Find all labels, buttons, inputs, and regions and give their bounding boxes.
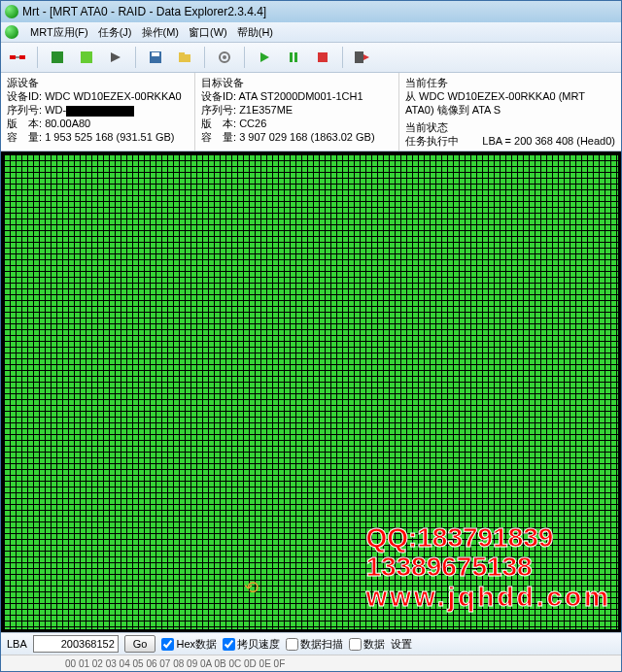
status-header: 当前状态 (405, 120, 615, 134)
settings-label[interactable]: 设置 (391, 637, 412, 652)
pause-button[interactable] (281, 45, 306, 70)
svg-point-11 (223, 55, 226, 59)
tool-gear-icon[interactable] (212, 45, 237, 70)
lba-label: LBA (7, 638, 27, 650)
target-sn-row: 序列号: Z1E357ME (201, 103, 393, 117)
sector-map[interactable]: ⟲ QQ:183791839 13389675138 www.jqhdd.com (1, 151, 621, 632)
svg-rect-9 (179, 52, 185, 55)
tool-save-icon[interactable] (143, 45, 168, 70)
svg-rect-0 (10, 55, 16, 59)
go-button[interactable]: Go (124, 635, 156, 653)
tool-open-icon[interactable] (172, 45, 197, 70)
svg-marker-5 (111, 52, 121, 62)
task-panel: 当前任务 从 WDC WD10EZEX-00RKKA0 (MRT ATA0) 镜… (399, 73, 621, 151)
hex-checkbox[interactable]: Hex数据 (161, 637, 217, 652)
app-window: Mrt - [MRT ATA0 - RAID - Data Explorer2.… (0, 0, 622, 672)
task-header: 当前任务 (405, 76, 615, 89)
source-device-panel: 源设备 设备ID: WDC WD10EZEX-00RKKA0 序列号: WD- … (1, 73, 195, 151)
source-id-row: 设备ID: WDC WD10EZEX-00RKKA0 (7, 89, 189, 103)
menu-bar: MRT应用(F) 任务(J) 操作(M) 窗口(W) 帮助(H) (1, 22, 621, 43)
app-icon-small (5, 25, 18, 39)
exit-button[interactable] (350, 45, 375, 70)
svg-rect-7 (152, 52, 159, 56)
menu-window[interactable]: 窗口(W) (189, 25, 227, 40)
svg-rect-1 (19, 55, 25, 59)
stop-button[interactable] (310, 45, 335, 70)
hex-offset-row: 00 01 02 03 04 05 06 07 08 09 0A 0B 0C 0… (1, 655, 621, 671)
task-desc: 从 WDC WD10EZEX-00RKKA0 (MRT ATA0) 镜像到 AT… (405, 89, 615, 117)
tool-green2[interactable] (74, 45, 99, 70)
menu-task[interactable]: 任务(J) (98, 25, 132, 40)
svg-rect-2 (16, 56, 19, 58)
tool-arrow-icon[interactable] (103, 45, 128, 70)
redacted-serial (66, 106, 134, 117)
lba-input[interactable] (33, 635, 119, 653)
data-checkbox[interactable]: 数据 (349, 637, 385, 652)
menu-app[interactable]: MRT应用(F) (30, 25, 88, 40)
tool-green1[interactable] (45, 45, 70, 70)
menu-operate[interactable]: 操作(M) (142, 25, 180, 40)
app-icon (5, 5, 18, 18)
task-lba: LBA = 200 368 408 (Head0) (482, 134, 615, 148)
speed-checkbox[interactable]: 拷贝速度 (223, 637, 280, 652)
tool-connect[interactable] (5, 45, 30, 70)
scan-checkbox[interactable]: 数据扫描 (286, 637, 343, 652)
info-panel: 源设备 设备ID: WDC WD10EZEX-00RKKA0 序列号: WD- … (1, 73, 621, 151)
target-cap-row: 容 量: 3 907 029 168 (1863.02 GB) (201, 130, 393, 144)
title-bar: Mrt - [MRT ATA0 - RAID - Data Explorer2.… (1, 1, 621, 22)
play-button[interactable] (252, 45, 277, 70)
svg-rect-3 (52, 51, 63, 63)
svg-rect-4 (81, 51, 92, 63)
svg-rect-14 (294, 52, 297, 62)
source-ver-row: 版 本: 80.00A80 (7, 117, 189, 130)
svg-rect-15 (318, 52, 328, 62)
svg-rect-13 (290, 52, 293, 62)
target-device-panel: 目标设备 设备ID: ATA ST2000DM001-1CH1 序列号: Z1E… (195, 73, 399, 151)
bottom-bar: LBA Go Hex数据 拷贝速度 数据扫描 数据 设置 (1, 632, 621, 655)
target-id-row: 设备ID: ATA ST2000DM001-1CH1 (201, 89, 393, 103)
source-sn-row: 序列号: WD- (7, 103, 189, 117)
svg-rect-16 (355, 51, 363, 63)
window-title: Mrt - [MRT ATA0 - RAID - Data Explorer2.… (22, 5, 266, 18)
menu-help[interactable]: 帮助(H) (237, 25, 273, 40)
svg-rect-8 (179, 54, 190, 62)
task-status: 任务执行中 (405, 134, 459, 148)
source-header: 源设备 (7, 76, 189, 89)
svg-marker-12 (260, 52, 269, 62)
svg-marker-17 (363, 54, 369, 60)
target-ver-row: 版 本: CC26 (201, 117, 393, 130)
source-cap-row: 容 量: 1 953 525 168 (931.51 GB) (7, 130, 189, 144)
toolbar (1, 43, 621, 73)
sector-grid (4, 154, 618, 629)
target-header: 目标设备 (201, 76, 393, 89)
